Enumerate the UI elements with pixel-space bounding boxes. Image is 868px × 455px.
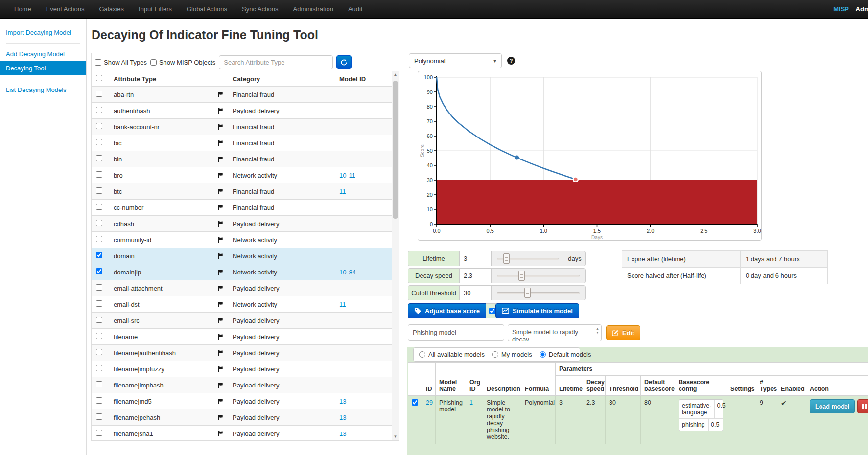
attribute-row[interactable]: filename|sha1 Payload delivery13 — [92, 426, 392, 442]
attribute-row[interactable]: btc Financial fraud11 — [92, 183, 392, 200]
table-scrollbar[interactable]: ▲ ▼ — [392, 71, 399, 440]
decay-chart-svg[interactable]: 01020304050607080901000.00.51.01.52.02.5… — [418, 71, 762, 241]
model-row-checkbox[interactable] — [412, 399, 418, 406]
nav-item-administration[interactable]: Administration — [286, 0, 341, 19]
attribute-row[interactable]: aba-rtn Financial fraud — [92, 87, 392, 103]
attribute-row-checkbox[interactable] — [96, 300, 102, 307]
attribute-row-checkbox[interactable] — [96, 123, 102, 129]
model-id-link[interactable]: 10 — [339, 269, 346, 276]
nav-item-audit[interactable]: Audit — [341, 0, 370, 19]
search-attribute-input[interactable] — [219, 55, 333, 69]
attribute-row-checkbox[interactable] — [96, 413, 102, 420]
attribute-row-checkbox[interactable] — [96, 204, 102, 210]
model-id-link[interactable]: 29 — [426, 399, 433, 406]
nav-item-home[interactable]: Home — [7, 0, 39, 19]
scroll-down-icon[interactable]: ▼ — [392, 433, 399, 440]
attribute-row-checkbox[interactable] — [96, 155, 102, 161]
attribute-row[interactable]: filename|authentihash Payload delivery — [92, 345, 392, 361]
show-misp-objects-toggle[interactable]: Show MISP Objects — [150, 59, 215, 66]
model-description-textarea[interactable]: Simple model to rapidly decay — [508, 324, 602, 341]
load-model-button[interactable]: Load model — [810, 399, 855, 413]
nav-item-global-actions[interactable]: Global Actions — [179, 0, 235, 19]
model-id-link[interactable]: 13 — [339, 398, 346, 405]
navbar-user-menu[interactable]: Admin — [856, 0, 868, 19]
spinner-arrows-icon[interactable]: ▲▼ — [594, 325, 601, 336]
edit-model-button[interactable]: Edit — [606, 325, 640, 340]
select-column-header[interactable] — [92, 71, 109, 87]
sidebar-item-list-decaying-models[interactable]: List Decaying Models — [0, 83, 86, 97]
slider-thumb[interactable] — [518, 271, 525, 281]
param-value-input[interactable] — [460, 269, 492, 283]
model-name-input[interactable] — [408, 324, 504, 341]
attribute-row[interactable]: bin Financial fraud — [92, 151, 392, 167]
attribute-row-checkbox[interactable] — [96, 365, 102, 371]
model-id-link[interactable]: 13 — [339, 430, 346, 437]
attribute-row-checkbox[interactable] — [96, 268, 102, 274]
slider-thumb[interactable] — [524, 288, 531, 298]
attribute-row-checkbox[interactable] — [96, 430, 102, 436]
attribute-row-checkbox[interactable] — [96, 139, 102, 145]
attribute-row[interactable]: filename|md5 Payload delivery13 — [92, 393, 392, 410]
slider-thumb[interactable] — [503, 253, 510, 264]
attribute-row[interactable]: filename|pehash Payload delivery13 — [92, 410, 392, 426]
pause-model-button[interactable] — [857, 399, 868, 413]
adjust-base-score-checkbox[interactable] — [489, 308, 495, 314]
help-icon[interactable]: ? — [507, 57, 515, 65]
param-slider[interactable] — [497, 251, 559, 266]
attribute-row-checkbox[interactable] — [96, 349, 102, 355]
attribute-row[interactable]: domain|ip Network activity1084 — [92, 264, 392, 280]
attribute-row[interactable]: email-attachment Payload delivery — [92, 280, 392, 296]
show-all-types-toggle[interactable]: Show All Types — [95, 59, 147, 66]
param-slider[interactable] — [497, 269, 580, 283]
simulate-model-button[interactable]: Simulate this model — [495, 303, 579, 318]
org-id-link[interactable]: 1 — [469, 399, 473, 406]
model-filter-radio[interactable] — [419, 351, 425, 358]
param-slider[interactable] — [497, 286, 580, 300]
attribute-row[interactable]: cc-number Financial fraud — [92, 200, 392, 216]
model-id-link[interactable]: 84 — [349, 269, 355, 276]
model-filter-radio[interactable] — [492, 351, 498, 358]
attribute-row-checkbox[interactable] — [96, 171, 102, 178]
attribute-row[interactable]: email-dst Network activity11 — [92, 296, 392, 313]
sidebar-item-import-decaying-model[interactable]: Import Decaying Model — [0, 25, 86, 40]
model-id-link[interactable]: 13 — [339, 414, 346, 421]
attribute-row[interactable]: filename Payload delivery — [92, 329, 392, 345]
attribute-row[interactable]: domain Network activity — [92, 248, 392, 264]
model-filter-my-models[interactable]: My models — [492, 351, 532, 358]
attribute-row-checkbox[interactable] — [96, 284, 102, 291]
select-all-checkbox[interactable] — [96, 75, 102, 81]
model-filter-default-models[interactable]: Default models — [540, 351, 591, 358]
model-filter-all-available-models[interactable]: All available models — [419, 351, 485, 358]
attribute-row[interactable]: filename|imphash Payload delivery — [92, 377, 392, 393]
attribute-row-checkbox[interactable] — [96, 220, 102, 226]
attribute-row-checkbox[interactable] — [96, 252, 102, 258]
attribute-row[interactable]: email-src Payload delivery — [92, 313, 392, 329]
attribute-row-checkbox[interactable] — [96, 333, 102, 339]
refresh-search-button[interactable] — [336, 55, 352, 69]
nav-item-input-filters[interactable]: Input Filters — [131, 0, 179, 19]
adjust-base-score-button[interactable]: Adjust base score — [408, 303, 486, 318]
scroll-up-icon[interactable]: ▲ — [392, 71, 399, 78]
attribute-row[interactable]: bank-account-nr Financial fraud — [92, 119, 392, 135]
attribute-row[interactable]: authentihash Payload delivery — [92, 103, 392, 119]
show-misp-objects-checkbox[interactable] — [150, 59, 157, 66]
model-id-link[interactable]: 11 — [339, 188, 346, 195]
attribute-row[interactable]: bro Network activity1011 — [92, 167, 392, 183]
param-value-input[interactable] — [460, 251, 492, 266]
show-all-types-checkbox[interactable] — [95, 59, 101, 66]
attribute-row-checkbox[interactable] — [96, 317, 102, 323]
attribute-row-checkbox[interactable] — [96, 236, 102, 242]
attribute-row[interactable]: cdhash Payload delivery — [92, 216, 392, 232]
model-id-link[interactable]: 11 — [349, 172, 355, 179]
nav-item-sync-actions[interactable]: Sync Actions — [235, 0, 285, 19]
attribute-row-checkbox[interactable] — [96, 397, 102, 404]
model-id-link[interactable]: 10 — [339, 172, 346, 179]
model-id-link[interactable]: 11 — [339, 301, 346, 308]
attribute-row-checkbox[interactable] — [96, 381, 102, 387]
attribute-row[interactable]: bic Financial fraud — [92, 135, 392, 151]
decay-chart[interactable]: 01020304050607080901000.00.51.01.52.02.5… — [418, 71, 762, 241]
sidebar-item-decaying-tool[interactable]: Decaying Tool — [0, 61, 86, 75]
model-filter-radio[interactable] — [540, 351, 546, 358]
scrollbar-thumb[interactable] — [393, 81, 398, 219]
attribute-row[interactable]: community-id Network activity — [92, 232, 392, 248]
